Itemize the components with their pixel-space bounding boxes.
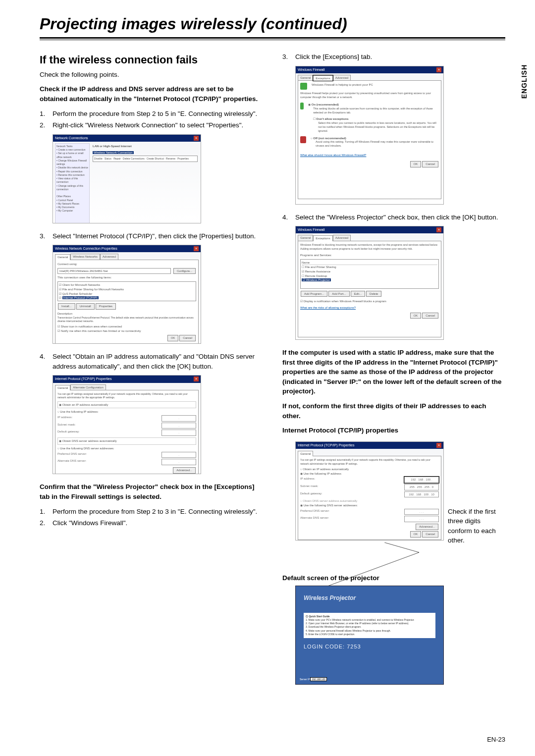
fw-step-4: 4.Select the "Wireless Projector" check … [282, 213, 505, 222]
wireless-projector-checkbox[interactable]: Wireless Projector [306, 278, 330, 281]
section-heading: If the wireless connection fails [40, 52, 263, 68]
shield-off-icon [300, 136, 306, 143]
figure-firewall-general: Windows Firewall× GeneralExceptionsAdvan… [295, 66, 444, 205]
match-note: Check if the first three digits conform … [448, 507, 502, 545]
cancel-button[interactable]: Cancel [422, 531, 438, 538]
fw-step-1: 1.Perform the procedure from Step 2 to 3… [40, 507, 263, 517]
wireless-connection-highlight: Wireless Network Connection [93, 151, 134, 154]
projector-title: Wireless Projector [304, 594, 435, 602]
ok-button[interactable]: OK [410, 161, 422, 167]
right-column: 3.Click the [Exceptions] tab. Windows Fi… [282, 52, 505, 685]
tcpip-highlight: Internet Protocol (TCP/IP) [62, 296, 99, 299]
advanced-button[interactable]: Advanced... [173, 467, 196, 474]
close-icon: × [194, 377, 199, 381]
ok-button[interactable]: OK [410, 313, 422, 319]
static-ip-note: If the computer is used with a static IP… [282, 348, 505, 396]
edit-button[interactable]: Edit... [351, 291, 365, 297]
cancel-button[interactable]: Cancel [422, 161, 438, 167]
page-title: Projecting images wirelessly (continued) [40, 15, 505, 33]
figure-wireless-properties: Wireless Network Connection Properties× … [53, 245, 201, 344]
shield-icon [300, 83, 307, 90]
rule-thick [40, 37, 505, 39]
ok-button[interactable]: OK [410, 531, 422, 538]
step-2: 2.Right-click "Wireless Network Connecti… [40, 120, 263, 130]
configure-button[interactable]: Configure... [173, 268, 196, 274]
install-button[interactable]: Install... [58, 303, 75, 310]
close-icon: × [194, 136, 199, 141]
ok-button[interactable]: OK [167, 335, 179, 341]
server-ip-value: 192.168.100 [311, 678, 326, 681]
close-icon: × [436, 443, 441, 448]
language-label: ENGLISH [520, 64, 528, 99]
connector-lines [282, 548, 505, 568]
add-program-button[interactable]: Add Program... [301, 291, 327, 297]
figure-network-connections: Network Connections× Network Tasks• Crea… [53, 134, 201, 223]
advanced-button[interactable]: Advanced... [416, 524, 438, 530]
login-code: LOGIN CODE: 7253 [304, 643, 435, 651]
uninstall-button[interactable]: Uninstall [76, 303, 95, 310]
svg-line-1 [325, 552, 419, 587]
close-icon: × [436, 67, 441, 72]
fw-step-2: 2.Click "Windows Firewall". [40, 518, 263, 528]
add-port-button[interactable]: Add Port... [328, 291, 349, 297]
left-column: If the wireless connection fails Check t… [40, 52, 263, 685]
step-1: 1.Perform the procedure from Step 2 to 5… [40, 109, 263, 119]
check-2: Confirm that the "Wireless Projector" ch… [40, 482, 263, 501]
delete-button[interactable]: Delete [366, 291, 381, 297]
intro-text: Check the following points. [40, 70, 263, 80]
page-footer: EN-23 [487, 736, 505, 743]
figure-firewall-exceptions: Windows Firewall× GeneralExceptionsAdvan… [295, 226, 444, 340]
step-4: 4.Select "Obtain an IP address automatic… [40, 352, 263, 371]
svg-line-0 [384, 542, 419, 552]
figure-projector-default-screen: Wireless Projector ⓘ Quick Start Guide 1… [295, 586, 444, 685]
figure-ip-properties-static: Internet Protocol (TCP/IP) Properties× G… [295, 441, 444, 540]
conform-note: If not, conform the first three digits o… [282, 401, 505, 421]
cancel-button[interactable]: Cancel [422, 313, 438, 319]
close-icon: × [194, 246, 199, 251]
exceptions-tab[interactable]: Exceptions [313, 75, 332, 81]
figure-ip-properties-auto: Internet Protocol (TCP/IP) Properties× G… [53, 375, 201, 474]
ip-address-value: 192 . 168 . 100 . [404, 477, 439, 483]
close-icon: × [436, 227, 441, 232]
shield-on-icon [300, 103, 304, 109]
cancel-button[interactable]: Cancel [179, 335, 196, 341]
rule-thin [40, 40, 505, 40]
step-3: 3.Select "Internet Protocol (TCP/IP)", t… [40, 231, 263, 241]
check-1: Check if the IP address and DNS server a… [40, 84, 263, 104]
properties-button[interactable]: Properties [96, 303, 116, 310]
fw-step-3: 3.Click the [Exceptions] tab. [282, 52, 505, 62]
caption-ip-properties: Internet Protocol (TCP/IP) properties [282, 426, 505, 435]
